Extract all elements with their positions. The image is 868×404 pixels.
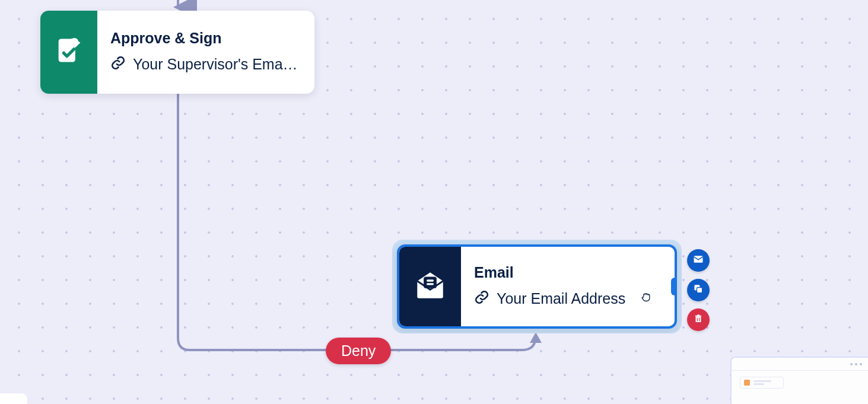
- svg-rect-6: [697, 288, 702, 293]
- document-sign-icon: [53, 35, 84, 69]
- svg-rect-10: [697, 318, 698, 322]
- trash-icon: [693, 313, 704, 326]
- node-email-icon-col: [399, 247, 461, 326]
- copy-icon: [692, 283, 704, 297]
- svg-rect-3: [427, 283, 434, 285]
- node-email[interactable]: Email Your Email Address: [392, 240, 682, 333]
- delete-action-button[interactable]: [687, 308, 710, 331]
- bottom-left-shape: [0, 393, 27, 404]
- link-icon: [474, 290, 489, 308]
- svg-rect-1: [424, 277, 437, 288]
- node-email-detail: Your Email Address: [497, 290, 625, 307]
- email-action-button[interactable]: [687, 249, 710, 272]
- node-approve-icon-col: [40, 11, 97, 94]
- envelope-open-icon: [413, 268, 447, 305]
- minimap-window[interactable]: [730, 357, 868, 404]
- envelope-icon: [692, 253, 704, 268]
- link-icon: [110, 55, 126, 74]
- svg-rect-7: [696, 317, 701, 322]
- edge-label-deny[interactable]: Deny: [326, 338, 391, 364]
- selection-handle[interactable]: [671, 278, 677, 295]
- node-approve-detail: Your Supervisor's Ema…: [133, 56, 298, 73]
- node-email-title: Email: [474, 265, 625, 281]
- node-actions: [687, 249, 710, 331]
- svg-rect-9: [697, 314, 700, 316]
- workflow-canvas[interactable]: Approve & Sign Your Supervisor's Ema…: [0, 0, 868, 404]
- node-approve-sign[interactable]: Approve & Sign Your Supervisor's Ema…: [40, 11, 314, 94]
- svg-rect-11: [699, 318, 700, 322]
- svg-rect-2: [427, 279, 434, 281]
- minimap-panel: [740, 377, 784, 389]
- minimap-titlebar: [732, 358, 868, 371]
- node-approve-title: Approve & Sign: [110, 30, 298, 47]
- copy-action-button[interactable]: [687, 279, 710, 301]
